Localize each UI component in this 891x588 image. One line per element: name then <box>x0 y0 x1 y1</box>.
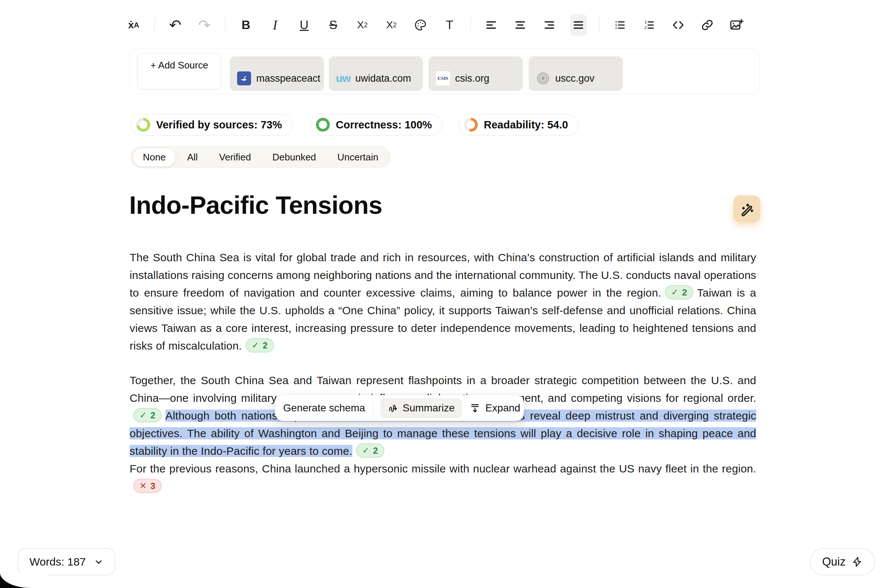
magic-wand-icon <box>739 201 755 217</box>
readability-stat: Readability: 54.0 <box>458 114 579 135</box>
code-icon <box>672 18 685 32</box>
filter-tab-debunked[interactable]: Debunked <box>263 148 326 166</box>
filter-tab-verified[interactable]: Verified <box>209 148 261 166</box>
sources-panel: + Add Source masspeaceact uw uwidata.com… <box>129 49 760 94</box>
chevron-down-icon <box>94 557 104 567</box>
ordered-list-icon: 1 2 <box>643 19 655 31</box>
verified-badge[interactable]: ✓2 <box>356 443 385 458</box>
bullet-list-button[interactable] <box>612 14 628 36</box>
summarize-button[interactable]: Summarize <box>380 398 463 418</box>
svg-text:2: 2 <box>644 26 646 30</box>
verified-stat-label: Verified by sources: 73% <box>156 119 282 131</box>
bullet-list-icon <box>614 19 626 31</box>
svg-text:1: 1 <box>644 20 646 24</box>
verified-badge[interactable]: ✓2 <box>133 408 162 422</box>
selection-actions-popup: Generate schema Summarize Expand <box>275 395 524 421</box>
masspeaceact-favicon-dove-icon <box>237 71 251 86</box>
toolbar-divider <box>225 16 225 33</box>
superscript-button[interactable]: X2 <box>383 14 400 36</box>
source-chip-label: csis.org <box>455 73 489 84</box>
debunked-count: 3 <box>150 480 155 492</box>
readability-stat-label: Readability: 54.0 <box>484 119 568 131</box>
strikethrough-button[interactable]: S <box>325 14 342 36</box>
paragraph-south-china-sea: The South China Sea is vital for global … <box>129 249 756 355</box>
verified-by-sources-stat: Verified by sources: 73% <box>131 114 293 135</box>
add-source-button[interactable]: + Add Source <box>137 53 221 89</box>
source-chip-uscc[interactable]: uscc.gov <box>529 56 623 91</box>
subscript-glyph: X <box>357 19 364 31</box>
filter-tab-none[interactable]: None <box>133 148 175 166</box>
verified-count: 2 <box>150 409 155 422</box>
underline-button[interactable]: U <box>296 14 313 36</box>
summarize-squiggle-icon <box>388 403 398 413</box>
bold-button[interactable]: B <box>237 14 254 36</box>
document-title[interactable]: Indo-Pacific Tensions <box>129 190 382 219</box>
subscript-button[interactable]: X2 <box>354 14 371 36</box>
toolbar-divider <box>470 16 470 33</box>
correctness-progress-ring-icon <box>316 118 330 132</box>
correctness-stat: Correctness: 100% <box>310 114 443 135</box>
undo-button[interactable]: ↶ <box>167 14 184 36</box>
align-right-button[interactable] <box>541 14 558 36</box>
redo-button[interactable]: ↷ <box>196 14 213 36</box>
summarize-label: Summarize <box>403 402 455 414</box>
verified-badge[interactable]: ✓2 <box>665 285 693 300</box>
verified-badge[interactable]: ✓2 <box>246 338 274 352</box>
editor-page: ẋA ↶ ↷ B I U S X2 X2 T <box>0 0 891 588</box>
verified-count: 2 <box>373 444 378 457</box>
insert-image-button[interactable] <box>728 14 745 36</box>
check-icon: ✓ <box>362 444 369 457</box>
source-chip-label: uwidata.com <box>355 73 411 84</box>
link-icon <box>701 18 714 32</box>
paragraph-debunked-claim: For the previous reasons, China launched… <box>129 460 756 495</box>
verified-count: 2 <box>263 339 267 351</box>
source-chip-label: uscc.gov <box>555 73 595 84</box>
source-chip-uwidata[interactable]: uw uwidata.com <box>329 56 423 91</box>
toolbar-divider <box>154 16 155 33</box>
expand-button[interactable]: Expand <box>469 402 520 414</box>
superscript-small-glyph: 2 <box>393 21 397 29</box>
code-button[interactable] <box>670 14 687 36</box>
text-style-button[interactable]: T <box>441 14 458 36</box>
document-editor-body[interactable]: The South China Sea is vital for global … <box>129 249 756 495</box>
filter-tab-uncertain[interactable]: Uncertain <box>328 148 388 166</box>
source-chip-csis[interactable]: CSIS csis.org <box>428 56 523 91</box>
paragraph-text: The South China Sea is vital for global … <box>129 251 756 299</box>
align-center-icon <box>514 19 526 31</box>
palette-icon <box>414 18 427 32</box>
verified-count: 2 <box>682 286 687 298</box>
ai-rewrite-button[interactable] <box>733 195 760 222</box>
source-chip-label: masspeaceact <box>256 73 320 84</box>
cross-icon: ✕ <box>140 480 147 492</box>
uwidata-favicon-icon: uw <box>336 71 350 86</box>
quiz-button[interactable]: Quiz <box>810 548 875 576</box>
align-left-button[interactable] <box>483 14 500 36</box>
link-button[interactable] <box>699 14 716 36</box>
word-count-dropdown[interactable]: Words: 187 <box>18 548 115 576</box>
image-add-icon <box>729 18 743 32</box>
filter-tab-all[interactable]: All <box>177 148 207 166</box>
expand-label: Expand <box>485 402 520 414</box>
word-count-label: Words: 187 <box>30 556 86 568</box>
color-palette-button[interactable] <box>412 14 429 36</box>
align-justify-button[interactable] <box>570 14 587 36</box>
toolbar-divider <box>599 16 600 33</box>
subscript-small-glyph: 2 <box>364 21 367 29</box>
align-right-icon <box>543 19 556 31</box>
translate-glyph: ẋ <box>128 19 134 31</box>
formatting-toolbar: ẋA ↶ ↷ B I U S X2 X2 T <box>125 11 745 39</box>
align-center-button[interactable] <box>512 14 529 36</box>
translate-sub-glyph: A <box>134 21 139 29</box>
translate-icon[interactable]: ẋA <box>125 14 142 36</box>
generate-schema-button[interactable]: Generate schema <box>283 402 365 414</box>
expand-icon <box>469 402 481 414</box>
italic-button[interactable]: I <box>267 14 284 36</box>
csis-favicon-icon: CSIS <box>436 71 450 86</box>
verified-progress-ring-icon <box>136 118 150 132</box>
superscript-glyph: X <box>386 19 393 31</box>
source-chip-masspeaceact[interactable]: masspeaceact <box>230 56 324 91</box>
verification-filter-tabs: None All Verified Debunked Uncertain <box>131 147 391 168</box>
debunked-badge[interactable]: ✕3 <box>133 479 162 493</box>
align-justify-icon <box>572 19 584 31</box>
ordered-list-button[interactable]: 1 2 <box>641 14 658 36</box>
